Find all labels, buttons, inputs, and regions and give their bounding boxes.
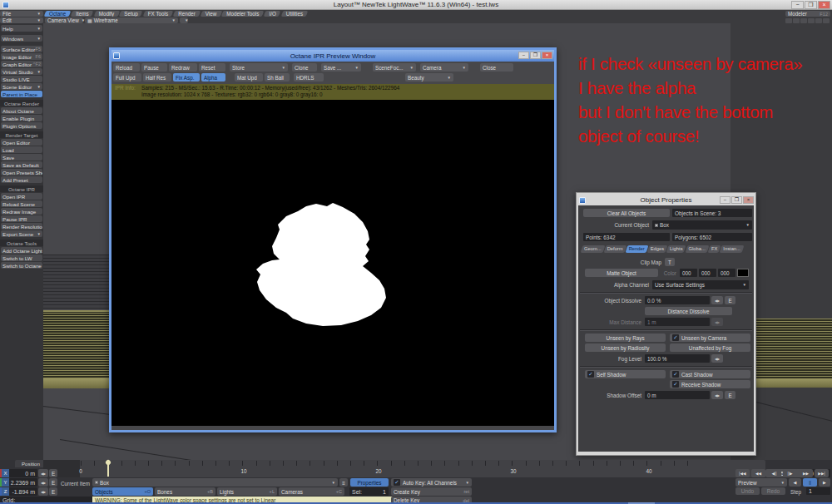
- sidebar-item-render-resolution[interactable]: Render Resolution: [1, 223, 42, 230]
- sidebar-item-reload-scene[interactable]: Reload Scene: [1, 200, 42, 207]
- properties-button[interactable]: Properties: [350, 478, 389, 487]
- ipr-titlebar[interactable]: Octane IPR Preview Window − ❐ ×: [111, 50, 554, 62]
- undo-button[interactable]: Undo: [735, 487, 760, 495]
- minimize-icon[interactable]: −: [791, 1, 804, 9]
- tool-icon[interactable]: [808, 18, 815, 23]
- ipr-hdrls-button[interactable]: HDRLS: [294, 73, 324, 82]
- tool-icon[interactable]: [793, 18, 800, 23]
- ipr-full-upd-button[interactable]: Full Upd: [113, 73, 141, 82]
- step-forward-button[interactable]: ||▶: [783, 469, 797, 477]
- color-swatch[interactable]: [737, 269, 749, 277]
- sidebar-item-about-octane[interactable]: About Octane: [1, 107, 42, 114]
- tool-icon[interactable]: [823, 18, 830, 23]
- op-tab-instancer[interactable]: Instan...: [721, 245, 743, 253]
- ipr-mat-upd-button[interactable]: Mat Upd: [235, 73, 263, 82]
- cameras-mode-button[interactable]: Cameras+C: [279, 487, 344, 496]
- pause-button[interactable]: ||: [803, 478, 817, 487]
- clear-all-objects-button[interactable]: Clear All Objects: [583, 209, 670, 217]
- ipr-half-res-button[interactable]: Half Res: [143, 73, 171, 82]
- step-field[interactable]: 1: [806, 487, 830, 495]
- self-shadow-checkbox[interactable]: Self Shadow: [585, 370, 666, 378]
- ipr-render-area[interactable]: [111, 100, 554, 426]
- ipr-clone-button[interactable]: Clone: [292, 63, 317, 72]
- play-button[interactable]: ▶: [819, 478, 830, 487]
- op-tab-render[interactable]: Render: [626, 245, 647, 253]
- prev-keyframe-button[interactable]: ◀◀: [751, 469, 765, 477]
- auto-key-toggle[interactable]: Auto Key: All Channels: [391, 478, 472, 487]
- clip-map-button[interactable]: T: [665, 258, 675, 266]
- sidebar-item-save[interactable]: Save: [1, 154, 42, 161]
- y-value-field[interactable]: 2.2369 m: [9, 478, 37, 487]
- ipr-scenefocus-dropdown[interactable]: SceneFoc...: [373, 63, 416, 72]
- sidebar-item-graph-editor[interactable]: Graph Editor^F2: [1, 61, 42, 67]
- current-object-select[interactable]: Box: [652, 220, 752, 230]
- distance-dissolve-button[interactable]: Distance Dissolve: [645, 307, 732, 315]
- color-g-field[interactable]: 000: [699, 269, 716, 277]
- shading-mode-select[interactable]: Wireframe: [85, 17, 178, 23]
- z-value-field[interactable]: -1.894 m: [9, 487, 37, 496]
- shadow-offset-field[interactable]: 0 m: [645, 391, 710, 399]
- go-to-start-button[interactable]: |◀◀: [735, 469, 750, 477]
- x-value-field[interactable]: 0 m: [9, 469, 37, 477]
- op-tab-lights[interactable]: Lights: [667, 245, 685, 253]
- cast-shadow-checkbox[interactable]: Cast Shadow: [670, 370, 750, 378]
- play-reverse-button[interactable]: ◀: [789, 478, 801, 487]
- tab-modeler-tools[interactable]: Modeler Tools: [222, 11, 263, 17]
- camera-view-select[interactable]: Camera View: [45, 17, 83, 23]
- ipr-reset-button[interactable]: Reset: [199, 63, 225, 72]
- sidebar-item-pause-ipr[interactable]: Pause IPR: [1, 215, 42, 222]
- sidebar-item-redraw-image[interactable]: Redraw Image: [1, 208, 42, 215]
- sidebar-item-export-scene[interactable]: Export Scene: [1, 230, 42, 237]
- sidebar-item-add-preset[interactable]: Add Preset: [1, 176, 42, 183]
- sidebar-item-load[interactable]: Load: [1, 146, 42, 153]
- file-menu[interactable]: File: [0, 11, 43, 17]
- unaffected-by-fog-button[interactable]: Unaffected by Fog: [670, 343, 750, 352]
- color-b-field[interactable]: 000: [718, 269, 735, 277]
- sidebar-item-enable-plugin[interactable]: Enable Plugin: [1, 115, 42, 121]
- tab-modify[interactable]: Modify: [95, 11, 119, 17]
- sidebar-item-virtual-studio[interactable]: Virtual Studio: [1, 68, 42, 75]
- step-back-button[interactable]: ◀||: [767, 469, 781, 477]
- unseen-by-camera-checkbox[interactable]: Unseen by Camera: [670, 334, 750, 342]
- ipr-minimize-icon[interactable]: −: [518, 52, 529, 59]
- ipr-close-button[interactable]: Close: [480, 63, 513, 72]
- close-icon[interactable]: ×: [818, 1, 830, 9]
- ipr-beauty-dropdown[interactable]: Beauty: [405, 73, 453, 82]
- preview-dropdown[interactable]: Preview: [735, 478, 787, 487]
- fog-level-field[interactable]: 100.0 %: [645, 354, 710, 363]
- tab-view[interactable]: View: [201, 11, 221, 17]
- y-stepper[interactable]: [38, 478, 48, 487]
- y-envelope-button[interactable]: E: [49, 478, 57, 487]
- timeline-playhead[interactable]: [107, 461, 109, 477]
- ipr-fix-asp-button[interactable]: Fix Asp.: [173, 73, 200, 82]
- unseen-by-rays-button[interactable]: Unseen by Rays: [585, 334, 666, 342]
- sidebar-item-switch-to-octane[interactable]: Switch to Octane: [1, 262, 42, 269]
- item-list-button[interactable]: ≡: [339, 478, 348, 487]
- bones-mode-button[interactable]: Bones+B: [155, 487, 215, 496]
- tab-fx-tools[interactable]: FX Tools: [144, 11, 172, 17]
- lights-mode-button[interactable]: Lights+L: [217, 487, 277, 496]
- ipr-alpha-button[interactable]: Alpha: [201, 73, 225, 82]
- modeler-launcher[interactable]: ModelerF12: [785, 11, 830, 17]
- tab-io[interactable]: I/O: [265, 11, 280, 17]
- sidebar-item-open-editor[interactable]: Open Editor: [1, 139, 42, 146]
- x-stepper[interactable]: [38, 469, 48, 477]
- tab-utilities[interactable]: Utilities: [282, 11, 307, 17]
- object-dissolve-envelope-button[interactable]: E: [725, 296, 735, 304]
- op-tab-deform[interactable]: Deform: [605, 245, 626, 253]
- sidebar-item-scene-editor[interactable]: Scene Editor: [1, 83, 42, 90]
- sidebar-item-plugin-options[interactable]: Plugin Options: [1, 122, 42, 129]
- x-envelope-button[interactable]: E: [49, 469, 57, 477]
- ipr-close-icon[interactable]: ×: [542, 52, 552, 59]
- sidebar-item-surface-editor[interactable]: Surface EditorF5: [1, 46, 42, 52]
- alpha-channel-select[interactable]: Use Surface Settings: [652, 280, 749, 289]
- shadow-offset-stepper[interactable]: [711, 391, 723, 399]
- objects-mode-button[interactable]: Objects+O: [92, 487, 153, 496]
- position-tab[interactable]: Position: [15, 460, 47, 467]
- tool-icon[interactable]: [785, 18, 792, 23]
- ipr-store-dropdown[interactable]: Store: [230, 63, 288, 72]
- receive-shadow-checkbox[interactable]: Receive Shadow: [670, 380, 750, 388]
- max-distance-stepper[interactable]: [711, 318, 723, 326]
- color-r-field[interactable]: 000: [680, 269, 697, 277]
- maximize-icon[interactable]: ❐: [805, 1, 817, 9]
